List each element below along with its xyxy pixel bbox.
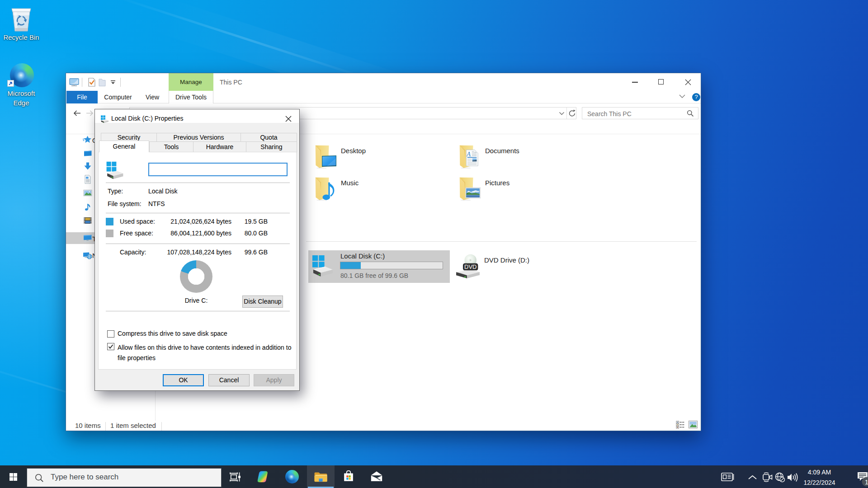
svg-text:A: A bbox=[466, 150, 471, 158]
svg-text:1: 1 bbox=[865, 478, 868, 486]
